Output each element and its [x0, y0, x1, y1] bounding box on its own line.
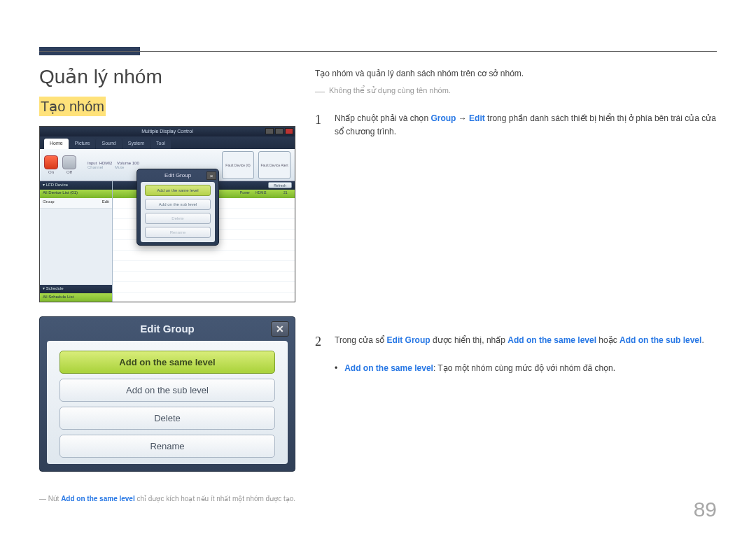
modal-body: Add on the same level Add on the sub lev… [141, 182, 215, 242]
intro-paragraph: Tạo nhóm và quản lý danh sách nhóm trên … [315, 67, 717, 80]
power-on-label: On [44, 170, 58, 174]
sidebar-footer: ▾ Schedule All Schedule List [40, 285, 112, 302]
tab-picture[interactable]: Picture [69, 139, 96, 149]
power-off-label: Off [62, 170, 76, 174]
modal-delete[interactable]: Delete [145, 213, 211, 224]
step-2-block: 2 Trong cửa sổ Edit Group được hiển thị,… [315, 332, 717, 375]
channel-label: Channel [88, 165, 103, 169]
close-icon[interactable] [285, 128, 293, 134]
power-off[interactable]: Off [62, 155, 76, 174]
page-title: Quản lý nhóm [39, 65, 162, 88]
tab-sound[interactable]: Sound [96, 139, 121, 149]
fault-device-box[interactable]: Fault Device (0) [222, 151, 254, 179]
step-1-edit: Edit [469, 113, 485, 123]
sidebar-all-devices[interactable]: All Device List (01) [40, 190, 112, 198]
window-titlebar: Multiple Display Control [40, 127, 295, 136]
step-1-number: 1 [315, 110, 325, 139]
bullet-label: Add on the same level [344, 363, 433, 373]
step-2-number: 2 [315, 332, 325, 352]
step-2-add2: Add on the sub level [620, 335, 701, 345]
refresh-button[interactable]: Refresh [268, 182, 292, 188]
step-1-text: Nhấp chuột phải và chọn Group → Edit tro… [335, 110, 717, 139]
dialog-close-icon[interactable]: ✕ [271, 321, 289, 337]
sidebar-group-label: Group [43, 199, 55, 206]
footnote-post: chỉ được kích hoạt nếu ít nhất một nhóm … [135, 495, 295, 503]
sidebar: ▾ LFD Device All Device List (01) Group … [40, 181, 113, 302]
footnote-pre: ― Nút [39, 495, 61, 503]
tab-home[interactable]: Home [44, 139, 69, 149]
step-2: 2 Trong cửa sổ Edit Group được hiển thị,… [315, 332, 717, 352]
minimize-icon[interactable] [265, 128, 274, 134]
fault-alert-box[interactable]: Fault Device Alert [258, 151, 290, 179]
bullet-1: • Add on the same level: Tạo một nhóm cù… [335, 362, 717, 375]
power-on[interactable]: On [44, 155, 58, 174]
sidebar-schedule-header[interactable]: ▾ Schedule [40, 285, 112, 293]
dialog-add-same-level[interactable]: Add on the same level [59, 351, 275, 374]
footnote-bold: Add on the same level [61, 495, 135, 503]
edit-group-modal-small: Edit Group × Add on the same level Add o… [136, 169, 219, 246]
sidebar-group-row[interactable]: Group Edit [40, 198, 112, 209]
dialog-title: Edit Group ✕ [40, 317, 295, 341]
mute-label: Mute [115, 165, 124, 169]
step-2-text: Trong cửa sổ Edit Group được hiển thị, n… [335, 332, 717, 352]
cell-val: 21 [281, 190, 295, 198]
sidebar-edit-label: Edit [102, 199, 109, 206]
sidebar-lfd-header[interactable]: ▾ LFD Device [40, 181, 112, 190]
note-dash-icon: ― [315, 86, 325, 96]
step-2-editgroup: Edit Group [387, 335, 430, 345]
page-number: 89 [694, 498, 717, 521]
dialog-body: Add on the same level Add on the sub lev… [47, 341, 288, 464]
step-1-group: Group [430, 113, 456, 123]
step-1: 1 Nhấp chuột phải và chọn Group → Edit t… [315, 110, 717, 139]
bullet-text: Add on the same level: Tạo một nhóm cùng… [344, 362, 615, 375]
step-2-add1: Add on the same level [507, 335, 596, 345]
ribbon-tabs: Home Picture Sound System Tool [40, 136, 295, 149]
screenshot-edit-group-dialog: Edit Group ✕ Add on the same level Add o… [39, 316, 295, 472]
modal-close-icon[interactable]: × [206, 171, 216, 180]
dialog-rename[interactable]: Rename [59, 435, 275, 458]
intro-note: ― Không thể sử dụng cùng tên nhóm. [315, 85, 717, 97]
dialog-delete[interactable]: Delete [59, 407, 275, 430]
ribbon-fields: Input HDMI2 Volume 100 Channel Mute [80, 161, 218, 169]
window-buttons [265, 128, 293, 134]
screenshot-mdc-window: Multiple Display Control Home Picture So… [39, 126, 295, 302]
note-text: Không thể sử dụng cùng tên nhóm. [329, 85, 451, 97]
modal-add-sub-level[interactable]: Add on the sub level [145, 199, 211, 210]
footnote: ― Nút Add on the same level chỉ được kíc… [39, 495, 295, 503]
header-rule [39, 51, 717, 52]
right-column: Tạo nhóm và quản lý danh sách nhóm trên … [315, 67, 717, 148]
volume-value: 100 [132, 161, 139, 165]
modal-title: Edit Group × [137, 169, 218, 182]
power-off-icon [62, 155, 76, 169]
tab-tool[interactable]: Tool [150, 139, 171, 149]
modal-rename[interactable]: Rename [145, 227, 211, 238]
window-title: Multiple Display Control [141, 129, 193, 134]
maximize-icon[interactable] [275, 128, 284, 134]
bullet-marker: • [335, 362, 337, 375]
power-on-icon [44, 155, 58, 169]
tab-system[interactable]: System [122, 139, 150, 149]
col-power: Power [237, 190, 253, 198]
cell-input: HDMI2 [253, 190, 281, 198]
dialog-add-sub-level[interactable]: Add on the sub level [59, 379, 275, 402]
section-title: Tạo nhóm [39, 97, 106, 116]
sidebar-all-schedule[interactable]: All Schedule List [40, 293, 112, 302]
modal-add-same-level[interactable]: Add on the same level [145, 185, 211, 196]
